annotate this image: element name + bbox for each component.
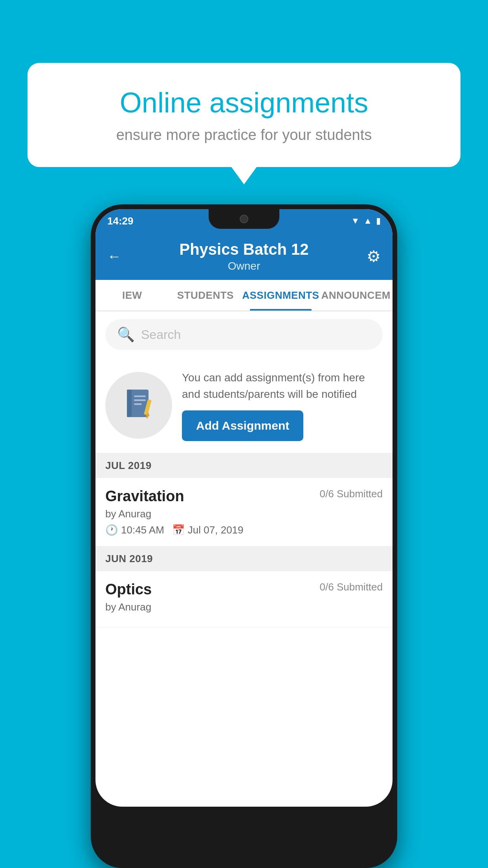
assignment-by-optics: by Anurag	[105, 601, 383, 613]
phone-screen: 14:29 ▼ ▲ ▮ ← Physics Batch 12 Owner ⚙	[95, 209, 393, 807]
speech-bubble-title: Online assignments	[55, 86, 433, 119]
notebook-icon	[123, 388, 154, 423]
gear-icon[interactable]: ⚙	[367, 247, 381, 265]
svg-rect-3	[134, 399, 146, 401]
status-time: 14:29	[107, 215, 134, 227]
promo-content: You can add assignment(s) from here and …	[182, 370, 383, 441]
section-header-jul: JUL 2019	[95, 453, 393, 478]
assignment-time-gravitation: 🕐 10:45 AM	[105, 524, 164, 536]
assignment-item-gravitation[interactable]: Gravitation 0/6 Submitted by Anurag 🕐 10…	[95, 478, 393, 546]
search-container: 🔍 Search	[95, 311, 393, 358]
assignment-submitted-gravitation: 0/6 Submitted	[320, 488, 383, 500]
svg-rect-4	[134, 403, 142, 405]
tabs-bar: IEW STUDENTS ASSIGNMENTS ANNOUNCEM	[95, 280, 393, 311]
search-bar[interactable]: 🔍 Search	[105, 319, 383, 350]
phone-camera	[240, 215, 248, 223]
header-title-area: Physics Batch 12 Owner	[179, 241, 308, 272]
status-icons: ▼ ▲ ▮	[351, 216, 381, 226]
back-button[interactable]: ←	[107, 248, 121, 265]
speech-bubble-subtitle: ensure more practice for your students	[55, 127, 433, 143]
assignment-title-optics: Optics	[105, 581, 152, 598]
tab-assignments[interactable]: ASSIGNMENTS	[242, 280, 319, 311]
header-title: Physics Batch 12	[179, 241, 308, 258]
app-header: ← Physics Batch 12 Owner ⚙	[95, 233, 393, 280]
tab-announcements[interactable]: ANNOUNCEM	[319, 280, 393, 311]
header-subtitle: Owner	[179, 260, 308, 272]
assignment-item-optics[interactable]: Optics 0/6 Submitted by Anurag	[95, 571, 393, 627]
promo-description: You can add assignment(s) from here and …	[182, 370, 383, 403]
phone-notch	[209, 209, 279, 229]
assignment-title-gravitation: Gravitation	[105, 488, 184, 505]
speech-bubble-area: Online assignments ensure more practice …	[28, 63, 460, 167]
svg-rect-2	[134, 395, 146, 397]
section-header-jun: JUN 2019	[95, 546, 393, 571]
search-icon: 🔍	[117, 326, 135, 343]
speech-bubble: Online assignments ensure more practice …	[28, 63, 460, 167]
assignment-meta-gravitation: 🕐 10:45 AM 📅 Jul 07, 2019	[105, 524, 383, 536]
calendar-icon: 📅	[172, 524, 185, 536]
search-placeholder: Search	[141, 327, 181, 342]
tab-students[interactable]: STUDENTS	[169, 280, 242, 311]
battery-icon: ▮	[376, 216, 381, 226]
tab-iew[interactable]: IEW	[95, 280, 169, 311]
phone-wrapper: 14:29 ▼ ▲ ▮ ← Physics Batch 12 Owner ⚙	[28, 204, 460, 868]
assignment-row1-optics: Optics 0/6 Submitted	[105, 581, 383, 598]
svg-rect-1	[127, 390, 132, 417]
promo-icon-circle	[105, 372, 172, 439]
phone-device: 14:29 ▼ ▲ ▮ ← Physics Batch 12 Owner ⚙	[91, 204, 397, 868]
promo-area: You can add assignment(s) from here and …	[95, 358, 393, 453]
assignment-date-gravitation: 📅 Jul 07, 2019	[172, 524, 244, 536]
add-assignment-button[interactable]: Add Assignment	[182, 410, 303, 441]
assignment-by-gravitation: by Anurag	[105, 508, 383, 520]
clock-icon: 🕐	[105, 524, 118, 536]
assignment-submitted-optics: 0/6 Submitted	[320, 581, 383, 593]
assignment-row1: Gravitation 0/6 Submitted	[105, 488, 383, 505]
wifi-icon: ▼	[351, 216, 360, 226]
signal-icon: ▲	[363, 216, 372, 226]
